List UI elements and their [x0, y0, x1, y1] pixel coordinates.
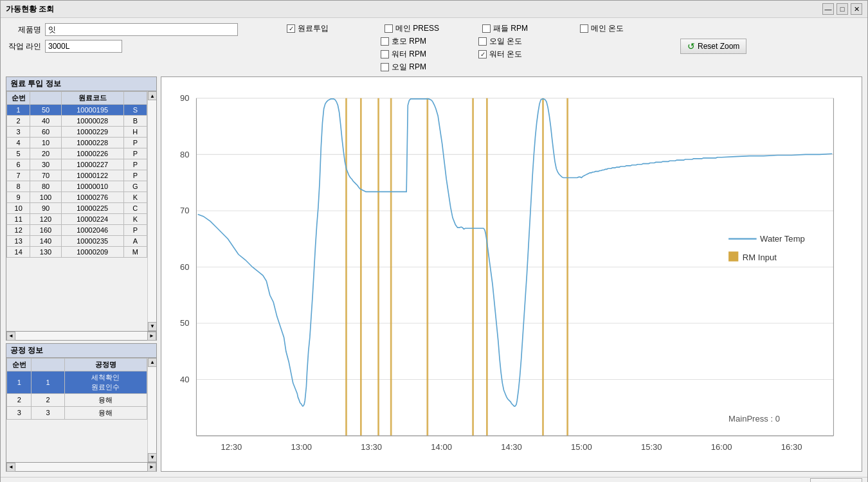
raw-table-row[interactable]: 11 120 10000224 K [7, 214, 147, 225]
raw-cell-code: 10000122 [61, 170, 123, 181]
reset-zoom-button[interactable]: ↺ Reset Zoom [680, 39, 746, 54]
svg-text:13:30: 13:30 [361, 442, 382, 452]
proc-cell-name: 융해 [64, 393, 147, 406]
cb-water-rpm-box[interactable] [381, 50, 389, 58]
svg-rect-36 [728, 251, 738, 261]
raw-table-row[interactable]: 6 30 10000227 P [7, 159, 147, 170]
proc-col-num: 순번 [7, 358, 32, 371]
cb-oil-temp-box[interactable] [478, 37, 487, 46]
process-table-row[interactable]: 2 2 융해 [7, 393, 147, 406]
raw-material-table: 순번 원료코드 1 50 10000195 S 2 4 [6, 91, 147, 258]
chart-svg[interactable]: 90 80 70 60 50 40 12:30 13:00 13:30 14:0… [161, 77, 862, 471]
scroll-track-h-raw [15, 332, 147, 340]
raw-cell-extra: P [123, 225, 147, 236]
cb-main-press-label: 메인 PRESS [395, 23, 439, 34]
cb-wonryo-box[interactable]: ✓ [287, 24, 295, 33]
maximize-button[interactable]: □ [836, 3, 848, 15]
raw-table-row[interactable]: 13 140 10000235 A [7, 236, 147, 247]
cb-main-press-box[interactable] [384, 24, 393, 33]
close-button[interactable]: ✕ Close [810, 478, 862, 482]
col-num: 순번 [7, 92, 30, 105]
main-area: 원료 투입 정보 [6, 76, 862, 472]
raw-cell-extra: A [123, 236, 147, 247]
window-title: 가동현황 조회 [6, 4, 54, 15]
process-header: 공정 정보 [6, 343, 157, 358]
close-titlebar-button[interactable]: ✕ [851, 3, 862, 15]
scroll-left-arrow[interactable]: ◄ [6, 332, 15, 341]
raw-table-row[interactable]: 3 60 10000229 H [7, 127, 147, 138]
raw-table-row[interactable]: 14 130 10000209 M [7, 247, 147, 258]
cb-oil-rpm-label: 오일 RPM [392, 62, 426, 73]
reset-zoom-label: Reset Zoom [698, 42, 739, 51]
cb-oil-temp: 오일 온도 [478, 36, 543, 47]
process-table-row[interactable]: 3 3 융해 [7, 406, 147, 419]
raw-material-panel: 원료 투입 정보 [6, 76, 157, 341]
proc-scroll-up[interactable]: ▲ [148, 358, 157, 367]
proc-scrollbar-v[interactable]: ▲ ▼ [147, 358, 156, 462]
process-table-row[interactable]: 1 1 세척확인원료인수 [7, 371, 147, 393]
raw-cell-seq: 120 [30, 214, 61, 225]
cb-homo-rpm: 호모 RPM [381, 36, 445, 47]
cb-oil-rpm-box[interactable] [381, 63, 389, 71]
proc-scroll-down[interactable]: ▼ [148, 453, 157, 462]
raw-table-row[interactable]: 4 10 10000228 P [7, 138, 147, 148]
svg-text:16:00: 16:00 [711, 442, 732, 452]
line-input[interactable] [45, 40, 122, 53]
cb-water-temp-label: 워터 온도 [489, 49, 522, 60]
raw-cell-code: 10000028 [61, 116, 123, 127]
raw-table-header: 순번 원료코드 [7, 92, 147, 105]
cb-homo-rpm-label: 호모 RPM [392, 36, 426, 47]
scroll-right-arrow[interactable]: ► [147, 332, 156, 341]
raw-table-row[interactable]: 1 50 10000195 S [7, 105, 147, 116]
product-label: 제품명 [6, 24, 41, 35]
raw-cell-code: 10000209 [61, 247, 123, 258]
raw-table-row[interactable]: 10 90 10000225 C [7, 203, 147, 214]
raw-cell-extra: P [123, 159, 147, 170]
raw-cell-seq: 160 [30, 225, 61, 236]
cb-main-temp: 메인 온도 [580, 23, 644, 34]
svg-text:80: 80 [180, 150, 190, 159]
raw-table-row[interactable]: 9 100 10000276 K [7, 192, 147, 203]
svg-text:13:00: 13:00 [291, 442, 312, 452]
product-input[interactable] [45, 23, 238, 36]
titlebar-buttons: — □ ✕ [822, 3, 862, 15]
raw-cell-seq: 20 [30, 148, 61, 159]
cb-oil-rpm: 오일 RPM [381, 62, 445, 73]
checkbox-row-2: 호모 RPM 오일 온도 [287, 36, 644, 47]
cb-paddle-rpm-box[interactable] [482, 24, 491, 33]
reset-icon: ↺ [687, 41, 695, 51]
product-row: 제품명 [6, 23, 238, 36]
raw-cell-extra: P [123, 170, 147, 181]
proc-scroll-right[interactable]: ► [147, 463, 156, 472]
content-area: 제품명 작업 라인 ✓ 원료투입 [1, 18, 867, 477]
raw-cell-num: 9 [7, 192, 30, 203]
raw-scrollbar-v[interactable]: ▲ ▼ [147, 91, 156, 331]
raw-material-header: 원료 투입 정보 [6, 76, 157, 91]
raw-table-row[interactable]: 8 80 10000010 G [7, 181, 147, 192]
cb-main-temp-box[interactable] [580, 24, 588, 33]
cb-water-temp-box[interactable]: ✓ [478, 50, 487, 58]
raw-cell-num: 14 [7, 247, 30, 258]
raw-cell-num: 7 [7, 170, 30, 181]
raw-table-row[interactable]: 2 40 10000028 B [7, 116, 147, 127]
raw-cell-extra: K [123, 192, 147, 203]
scroll-up-arrow[interactable]: ▲ [148, 91, 157, 100]
proc-scroll-left[interactable]: ◄ [6, 463, 15, 472]
raw-table-row[interactable]: 12 160 10002046 P [7, 225, 147, 236]
minimize-button[interactable]: — [822, 3, 834, 15]
chart-inner: 90 80 70 60 50 40 12:30 13:00 13:30 14:0… [161, 77, 862, 471]
raw-scrollbar-h[interactable]: ◄ ► [6, 332, 157, 341]
scroll-down-arrow[interactable]: ▼ [148, 322, 157, 331]
raw-cell-code: 10000227 [61, 159, 123, 170]
raw-table-row[interactable]: 5 20 10000226 P [7, 148, 147, 159]
cb-homo-rpm-box[interactable] [381, 37, 389, 46]
raw-table-row[interactable]: 7 70 10000122 P [7, 170, 147, 181]
raw-cell-extra: P [123, 138, 147, 148]
raw-cell-code: 10002046 [61, 225, 123, 236]
raw-cell-code: 10000010 [61, 181, 123, 192]
proc-scrollbar-h[interactable]: ◄ ► [6, 463, 157, 472]
raw-cell-seq: 80 [30, 181, 61, 192]
checkboxes-area: ✓ 원료투입 메인 PRESS 패들 RPM [287, 23, 644, 73]
raw-cell-seq: 30 [30, 159, 61, 170]
scroll-track-raw [148, 100, 156, 322]
